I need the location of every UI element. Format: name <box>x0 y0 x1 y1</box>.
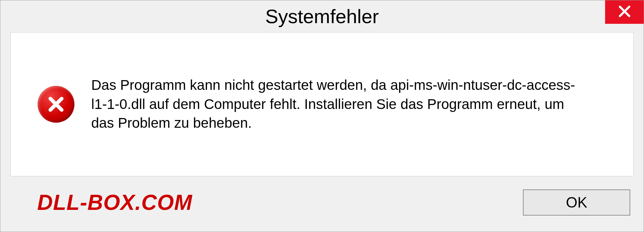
error-message: Das Programm kann nicht gestartet werden… <box>91 76 588 133</box>
close-button[interactable] <box>605 0 644 24</box>
error-icon <box>38 86 74 123</box>
titlebar: Systemfehler <box>0 0 644 32</box>
error-icon-container <box>38 86 74 123</box>
dialog-title: Systemfehler <box>265 5 379 27</box>
error-dialog: Systemfehler Das Programm kann nicht ges… <box>0 0 644 232</box>
ok-button[interactable]: OK <box>523 189 630 216</box>
watermark-text: DLL-BOX.COM <box>37 190 193 215</box>
close-icon <box>618 4 632 20</box>
dialog-footer: DLL-BOX.COM OK <box>0 186 644 232</box>
dialog-content: Das Programm kann nicht gestartet werden… <box>10 32 634 176</box>
